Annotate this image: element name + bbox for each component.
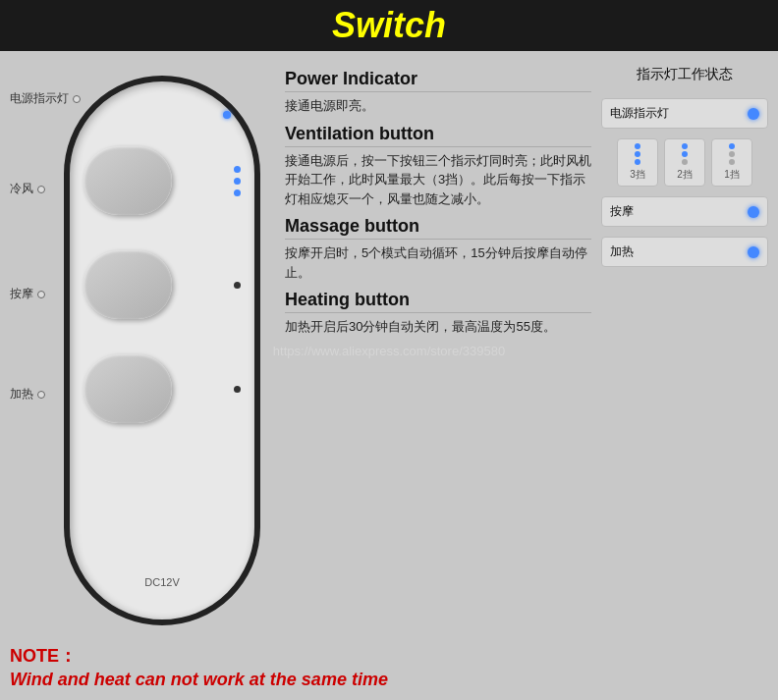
power-desc-block: Power Indicator 接通电源即亮。 [285,69,591,116]
heating-heading: Heating button [285,290,591,313]
v3-d2 [635,151,640,157]
power-heading: Power Indicator [285,69,591,92]
vent-1-dots [729,143,735,165]
power-card-label: 电源指示灯 [610,105,740,122]
v1-d1 [729,143,735,149]
vent-1-label: 1挡 [724,168,740,182]
heating-led [748,246,759,258]
heating-dots [234,386,241,393]
vent-3-card: 3挡 [617,138,658,187]
massage-button[interactable] [83,250,172,319]
note-section: NOTE： Wind and heat can not work at the … [10,644,768,690]
device-body: DC12V [64,76,260,625]
massage-dot-1 [234,282,241,289]
massage-card-label: 按摩 [610,203,740,220]
massage-dots [234,282,241,289]
vent-1-card: 1挡 [711,138,752,187]
power-indicator-card: 电源指示灯 [601,98,768,129]
note-text: Wind and heat can not work at the same t… [10,670,768,690]
dc-label: DC12V [144,576,179,588]
vent-text: 接通电源后，按一下按钮三个指示灯同时亮；此时风机开始工作，此时风量最大（3挡）。… [285,151,591,209]
vent-heading: Ventilation button [285,124,591,147]
heating-card-label: 加热 [610,243,740,260]
heating-button[interactable] [83,354,172,423]
main-content: 电源指示灯 冷风 按摩 加热 [0,51,778,660]
device-section: 电源指示灯 冷风 按摩 加热 [10,61,275,650]
ventilation-dots [234,166,241,196]
vent-states-row: 3挡 2挡 1挡 [601,138,768,187]
vent-desc-block: Ventilation button 接通电源后，按一下按钮三个指示灯同时亮；此… [285,124,591,209]
power-dot [73,95,81,103]
massage-desc-block: Massage button 按摩开启时，5个模式自动循环，15分钟后按摩自动停… [285,216,591,282]
v1-d3 [729,159,735,165]
v3-d3 [635,159,640,165]
page-title: Switch [332,5,446,46]
description-section: Power Indicator 接通电源即亮。 Ventilation butt… [285,61,591,650]
heating-desc-block: Heating button 加热开启后30分钟自动关闭，最高温度为55度。 [285,290,591,337]
vent-dot-2 [234,178,241,185]
massage-dot [37,291,45,298]
v3-d1 [635,143,640,149]
indicator-section: 指示灯工作状态 电源指示灯 3挡 [601,61,768,650]
heat-dot-1 [234,386,241,393]
vent-2-card: 2挡 [664,138,705,187]
massage-text: 按摩开启时，5个模式自动循环，15分钟后按摩自动停止。 [285,243,591,282]
vent-3-dots [635,143,640,165]
vent-2-dots [682,143,688,165]
power-led [748,108,759,120]
header: Switch [0,0,778,51]
massage-indicator-card: 按摩 [601,196,768,227]
massage-heading: Massage button [285,216,591,240]
heating-text: 加热开启后30分钟自动关闭，最高温度为55度。 [285,317,591,337]
power-text: 接通电源即亮。 [285,96,591,116]
ventilation-button[interactable] [83,146,172,215]
vent-2-label: 2挡 [677,168,693,182]
vent-dot-1 [234,166,241,173]
heating-button-row [83,354,241,423]
ventilation-button-row [83,146,241,215]
indicator-title: 指示灯工作状态 [601,66,768,83]
top-indicator-row [83,111,241,119]
heating-indicator-card: 加热 [601,237,768,267]
v2-d2 [682,151,688,157]
v2-d1 [682,143,688,149]
heat-dot [37,391,45,399]
note-label: NOTE： [10,644,768,668]
vent-dot-3 [234,189,241,196]
vent-3-label: 3挡 [630,168,645,182]
label-power: 电源指示灯 [10,90,81,107]
massage-led [748,206,759,218]
v1-d2 [729,151,735,157]
massage-button-row [83,250,241,319]
cold-dot [37,186,45,193]
power-indicator-light [223,111,231,119]
v2-d3 [682,159,688,165]
